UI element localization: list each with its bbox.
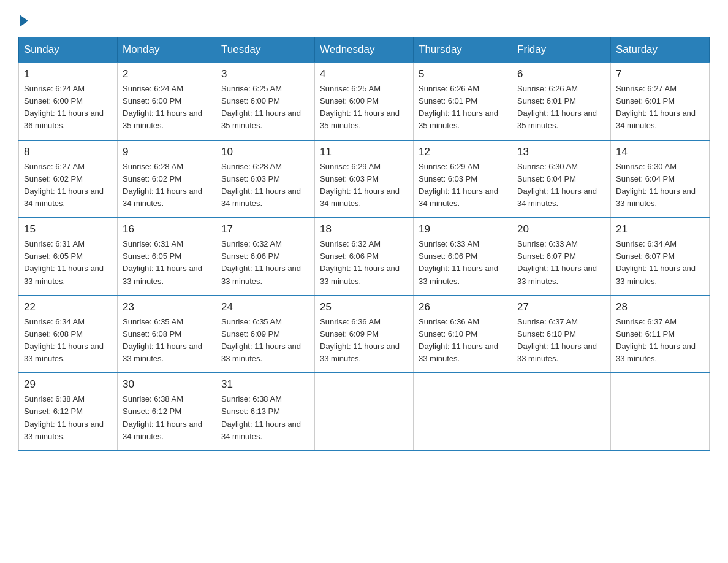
day-info: Sunrise: 6:37 AMSunset: 6:10 PMDaylight:… (517, 316, 605, 366)
day-number: 5 (419, 68, 507, 80)
day-number: 28 (616, 301, 704, 313)
day-info: Sunrise: 6:27 AMSunset: 6:01 PMDaylight:… (616, 83, 704, 132)
day-info: Sunrise: 6:24 AMSunset: 6:00 PMDaylight:… (24, 83, 112, 132)
calendar-cell: 12 Sunrise: 6:29 AMSunset: 6:03 PMDaylig… (414, 140, 512, 218)
calendar-cell: 10 Sunrise: 6:28 AMSunset: 6:03 PMDaylig… (216, 140, 315, 218)
day-info: Sunrise: 6:25 AMSunset: 6:00 PMDaylight:… (221, 83, 309, 132)
calendar-cell: 9 Sunrise: 6:28 AMSunset: 6:02 PMDayligh… (118, 140, 216, 218)
day-number: 31 (221, 378, 309, 391)
calendar-cell: 24 Sunrise: 6:35 AMSunset: 6:09 PMDaylig… (216, 296, 315, 373)
calendar-cell: 31 Sunrise: 6:38 AMSunset: 6:13 PMDaylig… (216, 373, 315, 451)
calendar-cell: 26 Sunrise: 6:36 AMSunset: 6:10 PMDaylig… (414, 296, 512, 373)
calendar-cell: 29 Sunrise: 6:38 AMSunset: 6:12 PMDaylig… (19, 373, 118, 451)
day-info: Sunrise: 6:36 AMSunset: 6:10 PMDaylight:… (419, 316, 507, 366)
day-info: Sunrise: 6:38 AMSunset: 6:13 PMDaylight:… (221, 393, 309, 443)
calendar-cell: 30 Sunrise: 6:38 AMSunset: 6:12 PMDaylig… (118, 373, 216, 451)
day-info: Sunrise: 6:26 AMSunset: 6:01 PMDaylight:… (517, 83, 605, 132)
day-number: 26 (419, 301, 507, 313)
day-number: 12 (419, 146, 507, 158)
day-number: 21 (616, 223, 704, 236)
day-number: 7 (616, 68, 704, 80)
day-number: 29 (24, 378, 112, 391)
calendar-cell: 8 Sunrise: 6:27 AMSunset: 6:02 PMDayligh… (19, 140, 118, 218)
day-number: 24 (221, 301, 309, 313)
calendar-cell: 13 Sunrise: 6:30 AMSunset: 6:04 PMDaylig… (512, 140, 611, 218)
calendar-cell: 15 Sunrise: 6:31 AMSunset: 6:05 PMDaylig… (19, 218, 118, 296)
calendar-week-row: 8 Sunrise: 6:27 AMSunset: 6:02 PMDayligh… (19, 140, 710, 218)
day-number: 9 (123, 146, 211, 158)
calendar-cell (512, 373, 611, 451)
calendar-cell: 4 Sunrise: 6:25 AMSunset: 6:00 PMDayligh… (315, 63, 414, 140)
weekday-header-monday: Monday (118, 37, 216, 63)
calendar-cell: 7 Sunrise: 6:27 AMSunset: 6:01 PMDayligh… (611, 63, 710, 140)
day-info: Sunrise: 6:33 AMSunset: 6:07 PMDaylight:… (517, 238, 605, 288)
weekday-header-tuesday: Tuesday (216, 37, 315, 63)
day-info: Sunrise: 6:30 AMSunset: 6:04 PMDaylight:… (616, 161, 704, 210)
day-number: 8 (24, 146, 112, 158)
calendar-cell: 11 Sunrise: 6:29 AMSunset: 6:03 PMDaylig… (315, 140, 414, 218)
calendar-cell (611, 373, 710, 451)
day-info: Sunrise: 6:27 AMSunset: 6:02 PMDaylight:… (24, 161, 112, 210)
day-number: 10 (221, 146, 309, 158)
day-number: 13 (517, 146, 605, 158)
calendar-cell: 23 Sunrise: 6:35 AMSunset: 6:08 PMDaylig… (118, 296, 216, 373)
calendar-cell: 20 Sunrise: 6:33 AMSunset: 6:07 PMDaylig… (512, 218, 611, 296)
calendar-cell: 19 Sunrise: 6:33 AMSunset: 6:06 PMDaylig… (414, 218, 512, 296)
day-number: 17 (221, 223, 309, 236)
calendar-cell: 5 Sunrise: 6:26 AMSunset: 6:01 PMDayligh… (414, 63, 512, 140)
calendar-cell: 25 Sunrise: 6:36 AMSunset: 6:09 PMDaylig… (315, 296, 414, 373)
day-number: 23 (123, 301, 211, 313)
logo (18, 12, 28, 25)
day-info: Sunrise: 6:37 AMSunset: 6:11 PMDaylight:… (616, 316, 704, 366)
day-info: Sunrise: 6:29 AMSunset: 6:03 PMDaylight:… (419, 161, 507, 210)
day-number: 19 (419, 223, 507, 236)
day-info: Sunrise: 6:29 AMSunset: 6:03 PMDaylight:… (320, 161, 408, 210)
calendar-cell: 14 Sunrise: 6:30 AMSunset: 6:04 PMDaylig… (611, 140, 710, 218)
calendar-week-row: 29 Sunrise: 6:38 AMSunset: 6:12 PMDaylig… (19, 373, 710, 451)
weekday-header-row: SundayMondayTuesdayWednesdayThursdayFrid… (19, 37, 710, 63)
weekday-header-wednesday: Wednesday (315, 37, 414, 63)
day-info: Sunrise: 6:31 AMSunset: 6:05 PMDaylight:… (123, 238, 211, 288)
day-number: 27 (517, 301, 605, 313)
day-number: 14 (616, 146, 704, 158)
day-info: Sunrise: 6:36 AMSunset: 6:09 PMDaylight:… (320, 316, 408, 366)
day-number: 4 (320, 68, 408, 80)
calendar-cell: 1 Sunrise: 6:24 AMSunset: 6:00 PMDayligh… (19, 63, 118, 140)
day-number: 3 (221, 68, 309, 80)
calendar-cell: 16 Sunrise: 6:31 AMSunset: 6:05 PMDaylig… (118, 218, 216, 296)
calendar-cell (315, 373, 414, 451)
day-number: 18 (320, 223, 408, 236)
day-info: Sunrise: 6:34 AMSunset: 6:07 PMDaylight:… (616, 238, 704, 288)
day-info: Sunrise: 6:24 AMSunset: 6:00 PMDaylight:… (123, 83, 211, 132)
weekday-header-saturday: Saturday (611, 37, 710, 63)
calendar-cell: 2 Sunrise: 6:24 AMSunset: 6:00 PMDayligh… (118, 63, 216, 140)
day-number: 6 (517, 68, 605, 80)
day-info: Sunrise: 6:38 AMSunset: 6:12 PMDaylight:… (123, 393, 211, 443)
day-number: 11 (320, 146, 408, 158)
day-info: Sunrise: 6:32 AMSunset: 6:06 PMDaylight:… (221, 238, 309, 288)
calendar-cell: 3 Sunrise: 6:25 AMSunset: 6:00 PMDayligh… (216, 63, 315, 140)
day-number: 16 (123, 223, 211, 236)
day-info: Sunrise: 6:28 AMSunset: 6:03 PMDaylight:… (221, 161, 309, 210)
weekday-header-thursday: Thursday (414, 37, 512, 63)
calendar-cell (414, 373, 512, 451)
day-info: Sunrise: 6:33 AMSunset: 6:06 PMDaylight:… (419, 238, 507, 288)
calendar-cell: 27 Sunrise: 6:37 AMSunset: 6:10 PMDaylig… (512, 296, 611, 373)
calendar-table: SundayMondayTuesdayWednesdayThursdayFrid… (18, 37, 710, 451)
day-number: 1 (24, 68, 112, 80)
calendar-cell: 28 Sunrise: 6:37 AMSunset: 6:11 PMDaylig… (611, 296, 710, 373)
day-number: 30 (123, 378, 211, 391)
calendar-week-row: 1 Sunrise: 6:24 AMSunset: 6:00 PMDayligh… (19, 63, 710, 140)
weekday-header-sunday: Sunday (19, 37, 118, 63)
day-number: 20 (517, 223, 605, 236)
calendar-week-row: 15 Sunrise: 6:31 AMSunset: 6:05 PMDaylig… (19, 218, 710, 296)
day-number: 15 (24, 223, 112, 236)
page-header (18, 12, 710, 25)
weekday-header-friday: Friday (512, 37, 611, 63)
day-number: 2 (123, 68, 211, 80)
day-info: Sunrise: 6:31 AMSunset: 6:05 PMDaylight:… (24, 238, 112, 288)
logo-arrow-icon (20, 15, 28, 27)
day-number: 25 (320, 301, 408, 313)
day-info: Sunrise: 6:25 AMSunset: 6:00 PMDaylight:… (320, 83, 408, 132)
calendar-cell: 21 Sunrise: 6:34 AMSunset: 6:07 PMDaylig… (611, 218, 710, 296)
